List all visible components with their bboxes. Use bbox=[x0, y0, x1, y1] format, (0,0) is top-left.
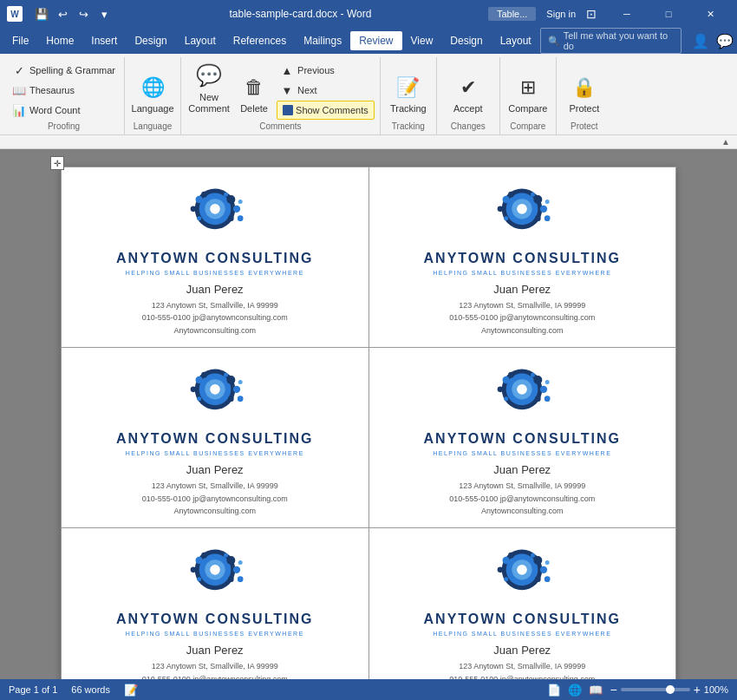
zoom-in-button[interactable]: + bbox=[694, 683, 701, 697]
save-button[interactable]: 💾 bbox=[33, 5, 50, 23]
undo-button[interactable]: ↩ bbox=[54, 5, 71, 23]
menu-design[interactable]: Design bbox=[126, 31, 175, 50]
new-comment-button[interactable]: 💬 New Comment bbox=[186, 59, 232, 116]
window-controls: ─ □ ✕ bbox=[607, 0, 730, 28]
company-logo-6 bbox=[479, 539, 565, 608]
card-content-4: ANYTOWN CONSULTING HELPING SMALL BUSINES… bbox=[376, 358, 669, 517]
menu-references[interactable]: References bbox=[225, 31, 295, 50]
menu-insert[interactable]: Insert bbox=[82, 31, 126, 50]
svg-point-33 bbox=[233, 386, 240, 393]
svg-point-50 bbox=[498, 387, 504, 393]
svg-point-31 bbox=[210, 384, 220, 395]
redo-button[interactable]: ↪ bbox=[75, 5, 92, 23]
ribbon-group-proofing: ✓ Spelling & Grammar 📖 Thesaurus 📊 Word … bbox=[3, 57, 125, 134]
language-icon: 🌐 bbox=[139, 74, 166, 101]
menubar: File Home Insert Design Layout Reference… bbox=[0, 28, 737, 54]
svg-point-73 bbox=[517, 565, 527, 575]
ribbon-collapse-label[interactable]: Table... bbox=[488, 7, 536, 21]
table-row: ANYTOWN CONSULTING HELPING SMALL BUSINES… bbox=[62, 528, 676, 683]
quick-access-toolbar: 💾 ↩ ↪ ▾ bbox=[33, 5, 113, 23]
contact-info-1: 123 Anytown St, Smallville, IA 99999 010… bbox=[142, 299, 288, 337]
company-name-1: ANYTOWN CONSULTING bbox=[116, 251, 313, 266]
tell-me-input[interactable]: 🔍 Tell me what you want to do bbox=[540, 28, 682, 54]
compare-icon: ⊞ bbox=[514, 74, 542, 101]
maximize-button[interactable]: □ bbox=[649, 0, 688, 28]
svg-point-13 bbox=[238, 215, 244, 221]
svg-point-32 bbox=[226, 376, 235, 384]
menu-design2[interactable]: Design bbox=[441, 31, 491, 50]
company-name-5: ANYTOWN CONSULTING bbox=[116, 612, 313, 627]
company-tagline-3: HELPING SMALL BUSINESSES EVERYWHERE bbox=[126, 450, 304, 456]
view-read-icon[interactable]: 📖 bbox=[589, 684, 603, 697]
next-comment-button[interactable]: ▼ Next bbox=[277, 81, 375, 100]
card-cell-1: ANYTOWN CONSULTING HELPING SMALL BUSINES… bbox=[62, 167, 369, 348]
thesaurus-icon: 📖 bbox=[12, 83, 26, 97]
customize-qat-button[interactable]: ▾ bbox=[95, 5, 113, 23]
menu-view[interactable]: View bbox=[402, 31, 442, 50]
show-comments-button[interactable]: Show Comments bbox=[277, 101, 375, 120]
sign-in-button[interactable]: Sign in bbox=[546, 9, 576, 19]
restore-window-button[interactable]: ⊡ bbox=[586, 7, 597, 21]
previous-icon: ▲ bbox=[280, 63, 294, 77]
window-title: table-sample-card.docx - Word bbox=[113, 8, 488, 20]
show-comments-icon bbox=[283, 105, 293, 115]
svg-point-62 bbox=[228, 577, 234, 583]
minimize-button[interactable]: ─ bbox=[607, 0, 647, 28]
delete-comment-button[interactable]: 🗑 Delete bbox=[235, 59, 273, 116]
new-comment-icon: 💬 bbox=[195, 62, 223, 90]
language-button[interactable]: 🌐 Language bbox=[130, 59, 175, 116]
word-count-button[interactable]: 📊 Word Count bbox=[9, 101, 119, 120]
titlebar-left: W 💾 ↩ ↪ ▾ bbox=[7, 5, 113, 23]
ribbon-group-compare: ⊞ Compare Compare bbox=[500, 57, 557, 134]
menu-file[interactable]: File bbox=[3, 31, 37, 50]
zoom-thumb[interactable] bbox=[666, 685, 675, 694]
menu-mailings[interactable]: Mailings bbox=[295, 31, 350, 50]
svg-point-24 bbox=[531, 193, 535, 197]
document-page: ✛ bbox=[61, 167, 676, 683]
protect-button[interactable]: 🔒 Protect bbox=[562, 59, 607, 116]
svg-point-34 bbox=[228, 396, 234, 402]
svg-point-36 bbox=[190, 387, 196, 393]
company-name-3: ANYTOWN CONSULTING bbox=[116, 431, 313, 447]
svg-point-74 bbox=[534, 556, 543, 565]
collapse-ribbon-button[interactable]: ▲ bbox=[718, 137, 734, 147]
zoom-out-button[interactable]: − bbox=[610, 683, 616, 697]
svg-point-53 bbox=[508, 372, 514, 378]
view-print-icon[interactable]: 📄 bbox=[547, 684, 561, 697]
zoom-level[interactable]: 100% bbox=[704, 684, 728, 695]
close-button[interactable]: ✕ bbox=[690, 0, 730, 28]
tracking-button[interactable]: 📝 Tracking bbox=[386, 59, 431, 116]
menu-layout[interactable]: Layout bbox=[176, 31, 225, 50]
svg-point-65 bbox=[197, 578, 201, 582]
company-logo-4 bbox=[479, 358, 565, 428]
menu-review[interactable]: Review bbox=[350, 31, 401, 50]
menu-layout2[interactable]: Layout bbox=[492, 31, 540, 50]
zoom-track[interactable] bbox=[621, 688, 690, 691]
card-cell-6: ANYTOWN CONSULTING HELPING SMALL BUSINES… bbox=[368, 528, 676, 683]
comments-icon[interactable]: 💬 bbox=[716, 33, 734, 49]
wordcount-icon: 📊 bbox=[12, 103, 26, 117]
svg-point-27 bbox=[545, 215, 551, 221]
compare-button[interactable]: ⊞ Compare bbox=[505, 59, 551, 116]
next-icon: ▼ bbox=[280, 83, 294, 97]
person-name-3: Juan Perez bbox=[186, 463, 244, 476]
svg-point-26 bbox=[545, 200, 550, 204]
svg-point-48 bbox=[535, 396, 541, 402]
svg-point-54 bbox=[545, 380, 550, 384]
menu-home[interactable]: Home bbox=[37, 31, 82, 50]
table-move-handle[interactable]: ✛ bbox=[50, 156, 64, 170]
company-tagline-6: HELPING SMALL BUSINESSES EVERYWHERE bbox=[433, 631, 611, 637]
company-name-2: ANYTOWN CONSULTING bbox=[424, 251, 621, 266]
thesaurus-button[interactable]: 📖 Thesaurus bbox=[9, 81, 119, 100]
svg-point-7 bbox=[195, 196, 202, 203]
spelling-grammar-button[interactable]: ✓ Spelling & Grammar bbox=[9, 61, 119, 80]
card-cell-4: ANYTOWN CONSULTING HELPING SMALL BUSINES… bbox=[368, 348, 676, 528]
tracking-icon: 📝 bbox=[395, 74, 422, 101]
view-web-icon[interactable]: 🌐 bbox=[568, 684, 582, 697]
svg-point-3 bbox=[210, 204, 220, 214]
previous-comment-button[interactable]: ▲ Previous bbox=[277, 61, 375, 80]
user-icon[interactable]: 👤 bbox=[692, 33, 709, 49]
table-row: ANYTOWN CONSULTING HELPING SMALL BUSINES… bbox=[62, 167, 676, 348]
svg-point-20 bbox=[535, 215, 541, 221]
accept-button[interactable]: ✔ Accept bbox=[442, 59, 494, 116]
